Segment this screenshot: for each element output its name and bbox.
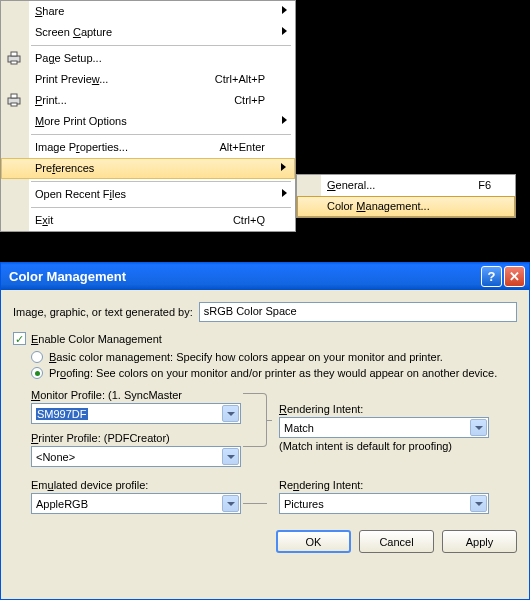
basic-radio-row[interactable]: Basic color management: Specify how colo… [31,351,517,363]
monitor-profile-label: Monitor Profile: (1. SyncMaster [31,389,249,401]
submenu-general[interactable]: General... F6 [297,175,515,196]
enable-checkbox[interactable]: ✓ [13,332,26,345]
shortcut-label: Ctrl+P [234,94,265,107]
printer-profile-label: Printer Profile: (PDFCreator) [31,432,249,444]
rendering-intent2-label: Rendering Intent: [279,479,497,491]
menu-label: Image Properties... [35,141,128,153]
shortcut-label: Ctrl+Alt+P [215,73,265,86]
dropdown-arrow-icon [470,419,487,436]
monitor-profile-dropdown[interactable]: SM997DF [31,403,241,424]
color-management-dialog: Color Management ? ✕ Image, graphic, or … [0,262,530,600]
proofing-radio-row[interactable]: Proofing: See colors on your monitor and… [31,367,517,379]
shortcut-label: F6 [478,179,491,192]
file-menu: Share Screen Capture Page Setup... Print… [0,0,296,232]
dropdown-arrow-icon [470,495,487,512]
svg-rect-1 [11,52,17,56]
shortcut-label: Alt+Enter [219,141,265,154]
dropdown-arrow-icon [222,448,239,465]
menu-open-recent[interactable]: Open Recent Files [1,184,295,205]
rendering-intent-label: Rendering Intent: [279,403,497,415]
menu-separator [31,207,291,208]
submenu-arrow-icon [282,116,287,124]
proofing-label: Proofing: See colors on your monitor and… [49,367,497,379]
menu-label: Open Recent Files [35,188,126,200]
menu-print[interactable]: Print... Ctrl+P [1,90,295,111]
menu-separator [31,134,291,135]
dropdown-arrow-icon [222,495,239,512]
generated-by-label: Image, graphic, or text generated by: [13,306,193,318]
menu-exit[interactable]: Exit Ctrl+Q [1,210,295,231]
menu-share[interactable]: Share [1,1,295,22]
emulated-profile-dropdown[interactable]: AppleRGB [31,493,241,514]
menu-label: Exit [35,214,53,226]
shortcut-label: Ctrl+Q [233,214,265,227]
basic-label: Basic color management: Specify how colo… [49,351,443,363]
submenu-arrow-icon [282,27,287,35]
printer-profile-dropdown[interactable]: <None> [31,446,241,467]
rendering-intent2-dropdown[interactable]: Pictures [279,493,489,514]
menu-label: Print Preview... [35,73,108,85]
apply-button[interactable]: Apply [442,530,517,553]
ok-button[interactable]: OK [276,530,351,553]
dialog-title: Color Management [9,269,479,284]
menu-label: Preferences [35,162,94,174]
menu-label: Share [35,5,64,17]
submenu-arrow-icon [282,6,287,14]
preferences-submenu: General... F6 Color Management... [296,174,516,218]
svg-rect-2 [11,61,17,64]
dropdown-arrow-icon [222,405,239,422]
generated-by-field[interactable]: sRGB Color Space [199,302,517,322]
enable-label: Enable Color Management [31,333,162,345]
menu-page-setup[interactable]: Page Setup... [1,48,295,69]
printer-icon [6,93,22,107]
menu-label: Color Management... [327,200,430,212]
menu-separator [31,45,291,46]
submenu-color-management[interactable]: Color Management... [297,196,515,217]
close-button[interactable]: ✕ [504,266,525,287]
menu-print-preview[interactable]: Print Preview... Ctrl+Alt+P [1,69,295,90]
rendering-intent-dropdown[interactable]: Match [279,417,489,438]
button-row: OK Cancel Apply [1,522,529,563]
menu-label: Screen Capture [35,26,112,38]
radio-icon [31,367,43,379]
radio-icon [31,351,43,363]
menu-label: Page Setup... [35,52,102,64]
menu-separator [31,181,291,182]
bracket-connector [243,393,267,447]
rendering-hint: (Match intent is default for proofing) [279,440,497,452]
menu-preferences[interactable]: Preferences [1,158,295,179]
menu-label: Print... [35,94,67,106]
menu-image-properties[interactable]: Image Properties... Alt+Enter [1,137,295,158]
menu-label: General... [327,179,375,191]
dialog-body: Image, graphic, or text generated by: sR… [1,290,529,522]
help-button[interactable]: ? [481,266,502,287]
submenu-arrow-icon [282,189,287,197]
svg-rect-5 [11,103,17,106]
printer-icon [6,51,22,65]
svg-rect-4 [11,94,17,98]
menu-label: More Print Options [35,115,127,127]
submenu-arrow-icon [281,163,286,171]
menu-more-print[interactable]: More Print Options [1,111,295,132]
cancel-button[interactable]: Cancel [359,530,434,553]
emulated-profile-label: Emulated device profile: [31,479,249,491]
menu-screen-capture[interactable]: Screen Capture [1,22,295,43]
title-bar: Color Management ? ✕ [1,262,529,290]
